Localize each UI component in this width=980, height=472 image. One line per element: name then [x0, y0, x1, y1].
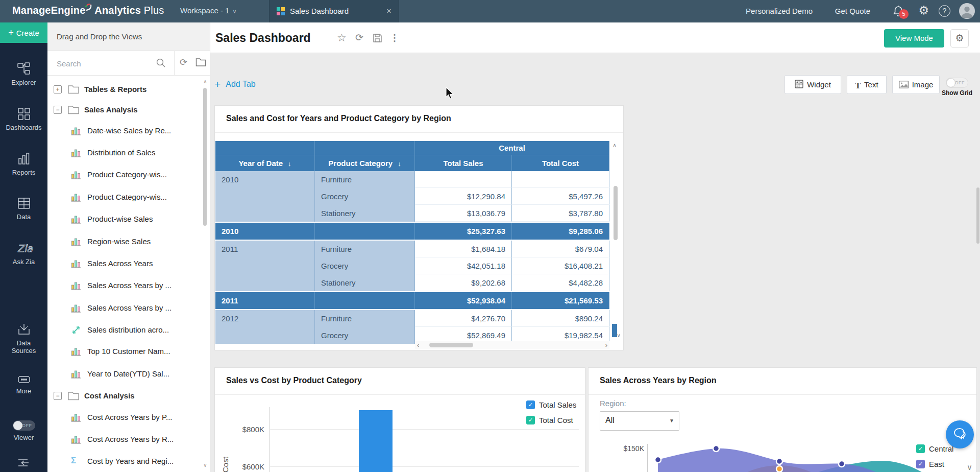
tree-item-view[interactable]: Product-wise Sales: [47, 213, 201, 227]
widget-button[interactable]: Widget: [785, 75, 841, 94]
tree-item-view[interactable]: Product Category-wis...: [47, 191, 201, 205]
table-row[interactable]: Grocery$12,290.84$5,497.26: [215, 188, 609, 205]
sort-desc-icon[interactable]: ↓: [288, 160, 291, 168]
scroll-down-icon[interactable]: ∨: [617, 332, 621, 339]
table-row[interactable]: 2011Furniture$1,684.18$679.04: [215, 241, 609, 257]
more-options-icon[interactable]: ⋮: [390, 22, 399, 53]
tree-item-view[interactable]: Date-wise Sales by Re...: [47, 124, 201, 138]
legend-scroll-down-icon[interactable]: ∨: [967, 463, 972, 472]
notifications-button[interactable]: 5: [893, 5, 904, 19]
favorite-star-icon[interactable]: ☆: [337, 22, 347, 53]
column-header-year[interactable]: Year of Date↓: [215, 155, 315, 171]
scroll-left-icon[interactable]: ‹: [417, 341, 419, 349]
tree-item-view[interactable]: Product Category-wis...: [47, 168, 201, 182]
table-row[interactable]: Stationery$9,202.68$4,482.28: [215, 274, 609, 291]
bar-total-sales[interactable]: [359, 410, 393, 472]
area-chart-plot[interactable]: [648, 444, 934, 472]
scrollbar-thumb[interactable]: [203, 88, 207, 226]
column-header-cost[interactable]: Total Cost: [512, 155, 609, 171]
table-row[interactable]: 2012Furniture$4,276.70$890.24: [215, 310, 609, 327]
collapse-sidebar-button[interactable]: [0, 458, 47, 471]
get-quote-link[interactable]: Get Quote: [835, 7, 870, 15]
tree-folder-sales-analysis[interactable]: − Sales Analysis: [47, 103, 201, 117]
expand-icon[interactable]: +: [54, 85, 62, 93]
summary-row[interactable]: 2010$25,327.63$9,285.06: [215, 222, 609, 241]
dashboard-settings-button[interactable]: ⚙: [950, 29, 969, 48]
sidebar-item-data[interactable]: Data: [0, 197, 47, 221]
checkbox-checked-icon[interactable]: ✓: [526, 416, 535, 424]
region-dropdown[interactable]: All ▼: [600, 411, 679, 431]
table-row[interactable]: Grocery$42,051.18$16,408.21: [215, 257, 609, 274]
tree-item-view[interactable]: Sales Across Years: [47, 257, 201, 271]
data-point-marker[interactable]: [776, 458, 782, 464]
refresh-icon[interactable]: ⟳: [355, 22, 363, 53]
tree-item-view[interactable]: Sales distribution acro...: [47, 323, 201, 338]
checkbox-checked-icon[interactable]: ✓: [916, 444, 925, 453]
view-mode-button[interactable]: View Mode: [884, 29, 944, 48]
table-horizontal-scrollbar[interactable]: ‹ ›: [415, 341, 609, 349]
tree-item-view[interactable]: Region-wise Sales: [47, 235, 201, 249]
sidebar-item-more[interactable]: More: [0, 375, 47, 395]
scroll-down-icon[interactable]: ∨: [203, 462, 208, 468]
summary-row[interactable]: 2011$52,938.04$21,569.53: [215, 291, 609, 310]
sidebar-item-data-sources[interactable]: Data Sources: [0, 323, 47, 355]
panel-scrollbar[interactable]: ∧ ∨: [203, 79, 208, 468]
tree-item-view[interactable]: Sales Across Years by ...: [47, 301, 201, 316]
show-grid-toggle[interactable]: OFF: [946, 78, 968, 88]
search-input[interactable]: [57, 56, 154, 70]
tree-item-view[interactable]: Cost Across Years by P...: [47, 411, 201, 425]
data-point-marker[interactable]: [776, 466, 782, 472]
sort-desc-icon[interactable]: ↓: [398, 160, 401, 168]
data-point-marker[interactable]: [655, 457, 661, 463]
refresh-views-icon[interactable]: ⟳: [180, 57, 187, 68]
user-avatar[interactable]: [959, 3, 975, 19]
sidebar-item-explorer[interactable]: Explorer: [0, 62, 47, 86]
scroll-up-icon[interactable]: ∧: [203, 79, 208, 84]
dashboard-tab[interactable]: Sales Dashboard ×: [269, 0, 399, 22]
column-header-sales[interactable]: Total Sales: [415, 155, 512, 171]
area-chart-widget[interactable]: Sales Across Years by Region Region: All…: [588, 367, 977, 472]
scrollbar-thumb[interactable]: [429, 343, 473, 347]
legend-item-central[interactable]: ✓Central: [916, 444, 953, 453]
scrollbar-thumb[interactable]: [614, 186, 618, 240]
support-chat-fab[interactable]: [946, 420, 974, 449]
help-button[interactable]: ?: [939, 5, 950, 17]
tree-item-view[interactable]: Year to Date(YTD) Sal...: [47, 367, 201, 382]
add-tab-button[interactable]: +Add Tab: [214, 75, 256, 93]
workspace-selector[interactable]: Workspace - 1∨: [180, 6, 237, 15]
scroll-up-icon[interactable]: ∧: [612, 142, 617, 149]
personalized-demo-link[interactable]: Personalized Demo: [746, 7, 813, 15]
table-vertical-scrollbar[interactable]: ∧ ∨: [611, 141, 620, 340]
sidebar-item-dashboards[interactable]: Dashboards: [0, 107, 47, 131]
tree-item-view[interactable]: Sales Across Years by ...: [47, 279, 201, 293]
legend-item-total-sales[interactable]: ✓Total Sales: [526, 400, 576, 409]
table-row[interactable]: 2010Furniture: [215, 171, 609, 188]
folder-view-icon[interactable]: [195, 58, 206, 69]
tree-folder-tables-reports[interactable]: + Tables & Reports: [47, 83, 201, 97]
collapse-icon[interactable]: −: [54, 392, 62, 400]
settings-button[interactable]: ⚙: [918, 4, 929, 17]
viewer-toggle[interactable]: OFF: [13, 420, 35, 431]
data-point-marker[interactable]: [713, 445, 719, 452]
tab-close-icon[interactable]: ×: [386, 6, 391, 16]
tree-folder-cost-analysis[interactable]: − Cost Analysis: [47, 389, 201, 404]
page-scrollbar-thumb[interactable]: [976, 187, 979, 244]
table-row[interactable]: Stationery$13,036.79$3,787.80: [215, 205, 609, 222]
legend-item-total-cost[interactable]: ✓Total Cost: [526, 416, 576, 424]
tree-item-view[interactable]: Top 10 Customer Nam...: [47, 345, 201, 359]
tree-item-view[interactable]: Cost Across Years by R...: [47, 433, 201, 447]
bar-chart-widget[interactable]: Sales vs Cost by Product Category Cost $…: [214, 367, 585, 472]
sidebar-item-reports[interactable]: Reports: [0, 152, 47, 176]
checkbox-checked-icon[interactable]: ✓: [916, 460, 925, 468]
sidebar-item-ask-zia[interactable]: Zia Ask Zia: [0, 242, 47, 266]
checkbox-checked-icon[interactable]: ✓: [526, 400, 535, 409]
tree-item-view[interactable]: ΣCost by Years and Regi...: [47, 455, 201, 469]
text-button[interactable]: TText: [847, 75, 887, 94]
tree-item-view[interactable]: Distribution of Sales: [47, 146, 201, 160]
scroll-right-icon[interactable]: ›: [605, 341, 607, 349]
column-header-category[interactable]: Product Category↓: [315, 155, 415, 171]
save-icon[interactable]: [373, 22, 382, 53]
image-button[interactable]: Image: [892, 75, 940, 94]
collapse-icon[interactable]: −: [54, 106, 62, 114]
pivot-table-widget[interactable]: Sales and Cost for Years and Product Cat…: [214, 105, 624, 350]
